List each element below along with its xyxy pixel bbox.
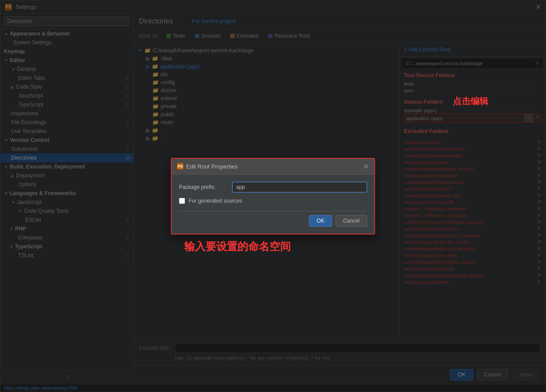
dialog-app-icon: PS: [177, 163, 183, 169]
dialog-body: Package prefix: For generated sources OK…: [172, 175, 374, 234]
package-prefix-label: Package prefix:: [179, 184, 228, 190]
for-generated-sources-label: For generated sources: [189, 198, 242, 204]
dialog-title-text: Edit Root Properties: [186, 163, 237, 170]
package-prefix-field: Package prefix:: [179, 182, 367, 192]
package-prefix-input[interactable]: [232, 182, 367, 192]
dialog-cancel-button[interactable]: Cancel: [336, 215, 367, 227]
dialog-overlay: PS Edit Root Properties ✕ Package prefix…: [0, 0, 546, 392]
edit-root-properties-dialog: PS Edit Root Properties ✕ Package prefix…: [171, 158, 375, 235]
for-generated-sources-checkbox[interactable]: [179, 198, 185, 204]
dialog-ok-button[interactable]: OK: [309, 215, 332, 227]
dialog-header: PS Edit Root Properties ✕: [172, 159, 374, 175]
dialog-close-button[interactable]: ✕: [363, 162, 369, 171]
dialog-title: PS Edit Root Properties: [177, 163, 237, 170]
dialog-buttons: OK Cancel: [179, 211, 367, 227]
for-generated-sources-row: For generated sources: [179, 198, 367, 204]
